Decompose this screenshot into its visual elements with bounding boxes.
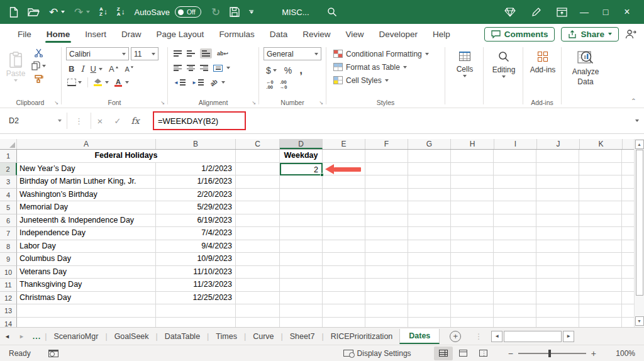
autosave-toggle[interactable]: Off bbox=[175, 6, 201, 18]
cell-b8[interactable]: 9/4/2023 bbox=[156, 240, 236, 253]
vertical-scrollbar[interactable]: ▲ ▼ bbox=[634, 139, 644, 327]
cell-a7[interactable]: Independence Day bbox=[17, 227, 156, 240]
orientation-icon[interactable]: ab bbox=[209, 77, 219, 87]
cell-d2-selected[interactable]: 2 bbox=[280, 163, 323, 176]
merge-center-icon[interactable] bbox=[213, 65, 223, 72]
col-header-g[interactable]: G bbox=[408, 139, 451, 149]
tab-draw[interactable]: Draw bbox=[114, 26, 149, 43]
cell-b3[interactable]: 1/16/2023 bbox=[156, 175, 236, 189]
format-as-table-button[interactable]: Format as Table bbox=[333, 60, 441, 74]
sheet-tab-goalseek[interactable]: GoalSeek bbox=[108, 329, 156, 344]
col-header-j[interactable]: J bbox=[537, 139, 580, 149]
maximize-button[interactable]: □ bbox=[595, 3, 616, 21]
coming-soon-pen-icon[interactable] bbox=[531, 4, 541, 20]
vertical-scrollbar-thumb[interactable] bbox=[636, 150, 643, 296]
font-color-icon[interactable]: A bbox=[114, 79, 122, 87]
sort-desc-icon[interactable]: ZA↓ bbox=[117, 4, 125, 20]
paste-button[interactable]: Paste bbox=[4, 49, 28, 82]
row-header-7[interactable]: 7 bbox=[0, 227, 17, 240]
col-header-b[interactable]: B bbox=[156, 139, 236, 149]
cell-b11[interactable]: 11/23/2023 bbox=[156, 279, 236, 292]
sign-in-person-icon[interactable] bbox=[625, 30, 636, 39]
sheet-tab-curve[interactable]: Curve bbox=[246, 329, 280, 344]
cell-b6[interactable]: 6/19/2023 bbox=[156, 214, 236, 228]
sheet-tab-dates-active[interactable]: Dates bbox=[399, 329, 440, 344]
conditional-formatting-button[interactable]: Conditional Formatting bbox=[333, 47, 441, 60]
cells-button[interactable]: Cells bbox=[450, 47, 480, 77]
col-header-k[interactable]: K bbox=[580, 139, 623, 149]
sheet-tab-datatable[interactable]: DataTable bbox=[158, 329, 207, 344]
copy-icon[interactable] bbox=[31, 61, 46, 70]
tab-developer[interactable]: Developer bbox=[371, 26, 425, 43]
cell-d1-header[interactable]: Weekday bbox=[280, 150, 323, 163]
quick-access-chevron-icon[interactable] bbox=[249, 4, 253, 20]
analyze-data-button[interactable]: Analyze Data bbox=[566, 47, 605, 86]
cell-styles-button[interactable]: Cell Styles bbox=[333, 74, 441, 87]
sort-asc-icon[interactable]: AZ↓ bbox=[99, 4, 108, 20]
display-settings-label[interactable]: Display Settings bbox=[357, 349, 411, 358]
bold-button[interactable]: B bbox=[69, 64, 74, 74]
underline-chevron-icon[interactable] bbox=[99, 68, 103, 70]
font-dialog-launcher-icon[interactable]: ↘ bbox=[160, 100, 165, 106]
next-sheet-icon[interactable]: ► bbox=[14, 333, 29, 340]
minimize-button[interactable]: — bbox=[574, 3, 595, 21]
col-header-i[interactable]: I bbox=[494, 139, 537, 149]
cell-a3[interactable]: Birthday of Martin Luther King, Jr. bbox=[17, 175, 156, 189]
format-painter-icon[interactable] bbox=[31, 74, 46, 83]
cell-b9[interactable]: 10/9/2023 bbox=[156, 253, 236, 266]
row-header-12[interactable]: 12 bbox=[0, 292, 17, 305]
col-header-h[interactable]: H bbox=[451, 139, 494, 149]
close-button[interactable]: × bbox=[616, 3, 638, 21]
cut-icon[interactable] bbox=[31, 48, 46, 57]
wrap-text-icon[interactable]: ab↩ bbox=[217, 50, 228, 57]
merge-center-chevron-icon[interactable] bbox=[226, 67, 230, 69]
increase-decimal-icon[interactable]: ←0.00 bbox=[266, 80, 274, 90]
row-header-14[interactable]: 14 bbox=[0, 318, 17, 328]
scroll-up-icon[interactable]: ▲ bbox=[635, 140, 644, 149]
col-header-a[interactable]: A bbox=[17, 139, 156, 149]
cell-b10[interactable]: 11/10/2023 bbox=[156, 266, 236, 279]
search-icon[interactable] bbox=[327, 4, 337, 20]
cell-a9[interactable]: Columbus Day bbox=[17, 253, 156, 266]
zoom-slider-thumb[interactable] bbox=[548, 350, 551, 357]
page-layout-view-button[interactable] bbox=[454, 347, 473, 360]
name-box[interactable]: D2 bbox=[4, 113, 67, 130]
align-right-icon[interactable] bbox=[200, 65, 208, 71]
zoom-level-label[interactable]: 100% bbox=[609, 349, 635, 358]
align-top-icon[interactable] bbox=[174, 50, 182, 57]
row-header-8[interactable]: 8 bbox=[0, 240, 17, 253]
tab-splitter-dots-icon[interactable]: ⋮ bbox=[475, 332, 482, 341]
tab-review[interactable]: Review bbox=[295, 26, 338, 43]
cell-b7[interactable]: 7/4/2023 bbox=[156, 227, 236, 240]
addins-button[interactable]: Add-ins bbox=[528, 47, 558, 74]
tab-insert[interactable]: Insert bbox=[77, 26, 114, 43]
font-color-chevron-icon[interactable] bbox=[125, 81, 129, 84]
sheet-overflow-indicator[interactable]: ... bbox=[29, 332, 45, 341]
decrease-font-button[interactable]: A bbox=[125, 65, 134, 73]
collapse-ribbon-icon[interactable]: ⌃ bbox=[631, 97, 636, 104]
open-folder-icon[interactable] bbox=[28, 4, 40, 20]
row-header-2[interactable]: 2 bbox=[0, 163, 17, 176]
cell-a12[interactable]: Christmas Day bbox=[17, 292, 156, 305]
share-button[interactable]: Share bbox=[561, 27, 619, 42]
clipboard-dialog-launcher-icon[interactable]: ↘ bbox=[54, 100, 58, 106]
tab-home[interactable]: Home bbox=[39, 26, 78, 43]
prev-sheet-icon[interactable]: ◄ bbox=[0, 333, 14, 340]
orientation-chevron-icon[interactable] bbox=[221, 81, 225, 84]
new-file-icon[interactable] bbox=[9, 4, 18, 20]
premium-diamond-icon[interactable] bbox=[504, 4, 516, 20]
formula-text[interactable]: =WEEKDAY(B2) bbox=[158, 116, 218, 126]
currency-format-icon[interactable]: $ bbox=[266, 65, 277, 75]
horizontal-scrollbar[interactable] bbox=[504, 331, 562, 342]
sheet-tab-times[interactable]: Times bbox=[209, 329, 244, 344]
hscroll-left-icon[interactable]: ◄ bbox=[491, 331, 502, 342]
cell-a8[interactable]: Labor Day bbox=[17, 240, 156, 253]
comma-format-icon[interactable]: , bbox=[299, 64, 303, 77]
zoom-in-button[interactable]: + bbox=[586, 348, 601, 358]
cell-a1-title[interactable]: Federal Holidays bbox=[17, 150, 236, 163]
sheet-tab-riceprioritization[interactable]: RICEPrioritization bbox=[324, 329, 400, 344]
row-header-6[interactable]: 6 bbox=[0, 214, 17, 228]
align-center-icon[interactable] bbox=[187, 65, 195, 71]
select-all-button[interactable] bbox=[0, 139, 17, 149]
col-header-e[interactable]: E bbox=[323, 139, 365, 149]
